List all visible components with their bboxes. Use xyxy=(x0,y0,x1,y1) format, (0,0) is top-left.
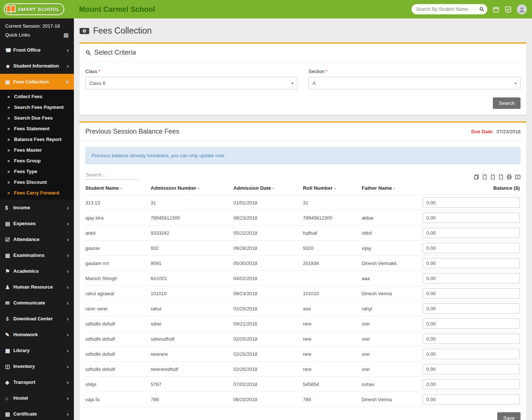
sidebar-subitem-label: Collect Fees xyxy=(14,94,42,99)
logo[interactable]: SMART SCHOOL xyxy=(0,3,74,15)
sidebar-item-transport[interactable]: ◈Transport‹ xyxy=(0,374,74,390)
excel-icon[interactable] xyxy=(482,174,487,180)
chevron-left-icon: ‹ xyxy=(67,237,69,242)
user-avatar[interactable] xyxy=(517,4,527,14)
sidebar-item-label: Attendance xyxy=(13,237,67,242)
sidebar-item-attendance[interactable]: ☑Attendance‹ xyxy=(0,231,74,247)
sidebar-item-hostel[interactable]: ⌂Hostel‹ xyxy=(0,390,74,406)
balance-input[interactable] xyxy=(423,258,520,268)
search-icon[interactable] xyxy=(479,7,484,12)
logo-badge: SMART SCHOOL xyxy=(4,3,64,15)
sidebar-item-academics[interactable]: ⚑Academics‹ xyxy=(0,263,74,279)
sidebar-item-front-office[interactable]: ☎Front Office‹ xyxy=(0,42,74,58)
balance-input[interactable] xyxy=(423,288,520,299)
section-select[interactable]: A ▾ xyxy=(308,77,521,89)
svg-text:$: $ xyxy=(83,29,85,33)
header-search-input[interactable] xyxy=(416,7,479,12)
father-name-cell: srer xyxy=(362,331,423,347)
chevron-left-icon: ‹ xyxy=(67,47,69,53)
sidebar-item-inventory[interactable]: ◫Inventory‹ xyxy=(0,358,74,374)
chevron-left-icon: ‹ xyxy=(67,205,69,210)
class-select[interactable]: Class 6 ▾ xyxy=(85,77,297,89)
calendar-icon[interactable] xyxy=(492,6,499,13)
sidebar-item-communicate[interactable]: ✉Communicate‹ xyxy=(0,295,74,311)
table-search-input[interactable] xyxy=(85,170,139,180)
balance-input[interactable] xyxy=(423,394,520,404)
certificate-icon: ▨ xyxy=(5,411,13,417)
column-header-label: Admission Date xyxy=(233,185,271,191)
sidebar-item-library[interactable]: ▦Library‹ xyxy=(0,342,74,358)
column-header-roll-number[interactable]: Roll Number▾ xyxy=(303,181,362,195)
sidebar-item-label: Library xyxy=(13,348,67,353)
sidebar-subitem-search-fees-payment[interactable]: »Search Fees Payment xyxy=(0,102,74,113)
sidebar-item-homework[interactable]: ✎Homework‹ xyxy=(0,327,74,342)
library-icon: ▦ xyxy=(5,348,13,354)
sidebar-subitem-label: Balance Fees Report xyxy=(14,137,62,142)
sidebar-item-label: Examinations xyxy=(13,252,67,258)
student-name-cell: ajay bira xyxy=(85,210,151,226)
tasks-icon[interactable] xyxy=(505,6,512,13)
save-button[interactable]: Save xyxy=(497,412,521,420)
balance-input[interactable] xyxy=(423,273,520,283)
sidebar-subitem-search-due-fees[interactable]: »Search Due Fees xyxy=(0,113,74,123)
quick-links[interactable]: Quick Links ▦ xyxy=(5,31,69,39)
sidebar-item-student-information[interactable]: ☻Student Information‹ xyxy=(0,58,74,74)
columns-icon[interactable] xyxy=(515,174,521,180)
balance-input[interactable] xyxy=(423,364,520,374)
sidebar-item-human-resource[interactable]: ♟Human Resource‹ xyxy=(0,279,74,295)
pdf-icon[interactable] xyxy=(498,174,504,180)
admission-number-cell: 9333242 xyxy=(151,226,233,241)
student-name-cell: vaja fa xyxy=(85,392,151,407)
sidebar-item-label: Certificate xyxy=(13,411,67,417)
sidebar-item-label: Expenses xyxy=(13,221,67,226)
admission-date-cell: 02/25/2018 xyxy=(233,301,303,316)
balance-cell xyxy=(423,316,521,331)
balance-input[interactable] xyxy=(423,303,520,314)
father-name-cell: rishav xyxy=(362,377,423,392)
sidebar-subitem-fees-statement[interactable]: »Fees Statement xyxy=(0,123,74,134)
column-header-father-name[interactable]: Father Name▾ xyxy=(362,181,423,195)
sidebar-subitem-balance-fees-report[interactable]: »Balance Fees Report xyxy=(0,134,74,145)
sidebar-item-examinations[interactable]: ▥Examinations‹ xyxy=(0,247,74,263)
sidebar-subitem-fees-carry-forward[interactable]: »Fees Carry Forward xyxy=(0,187,74,198)
sidebar-item-download-center[interactable]: ⇩Download Center‹ xyxy=(0,311,74,327)
admission-number-cell: 101010 xyxy=(151,286,233,301)
balance-cell xyxy=(423,362,521,377)
sidebar-subitem-collect-fees[interactable]: »Collect Fees xyxy=(0,91,74,102)
admission-number-cell: 78945612300 xyxy=(151,210,233,226)
father-name-cell: aaa xyxy=(362,271,423,286)
father-name-cell: Dinesh Vermakk xyxy=(362,256,423,271)
sidebar-subitem-fees-discount[interactable]: »Fees Discount xyxy=(0,177,74,187)
balance-input[interactable] xyxy=(423,319,520,329)
table-row: ajay bira7894561230006/23/20187894561230… xyxy=(85,210,521,226)
balance-input[interactable] xyxy=(423,213,520,223)
admission-number-cell: rerereredfsdf xyxy=(151,362,233,377)
sidebar-item-expenses[interactable]: ▤Expenses‹ xyxy=(0,216,74,231)
balance-input[interactable] xyxy=(423,349,520,359)
sidebar-subitem-fees-master[interactable]: »Fees Master xyxy=(0,145,74,155)
admission-date-cell: 06/23/2018 xyxy=(233,286,303,301)
sidebar-item-fees-collection[interactable]: ▣ Fees Collection ▾ xyxy=(0,74,74,90)
table-toolbar xyxy=(85,170,521,180)
column-header-admission-number[interactable]: Admission Number▾ xyxy=(151,181,233,195)
print-icon[interactable] xyxy=(507,174,512,180)
search-button[interactable]: Search xyxy=(493,97,521,109)
balance-cell xyxy=(423,210,521,226)
roll-number-cell: 201834 xyxy=(303,256,362,271)
sidebar-item-certificate[interactable]: ▨Certificate‹ xyxy=(0,406,74,420)
column-header-admission-date[interactable]: Admission Date▾ xyxy=(233,181,303,195)
fees-collection-icon: ▣ xyxy=(5,79,13,85)
column-header-student-name[interactable]: Student Name▾ xyxy=(85,181,151,195)
balance-input[interactable] xyxy=(423,197,520,208)
sidebar-item-income[interactable]: $Income‹ xyxy=(0,200,74,216)
balance-input[interactable] xyxy=(423,379,520,389)
copy-icon[interactable] xyxy=(474,174,479,180)
csv-icon[interactable] xyxy=(490,174,495,180)
chevron-left-icon: ‹ xyxy=(67,300,69,306)
balance-input[interactable] xyxy=(423,228,520,238)
sidebar-subitem-fees-group[interactable]: »Fees Group xyxy=(0,155,74,166)
select-criteria-header: Select Criteria xyxy=(79,44,526,62)
sidebar-subitem-fees-type[interactable]: »Fees Type xyxy=(0,166,74,177)
balance-input[interactable] xyxy=(423,243,520,253)
balance-input[interactable] xyxy=(423,334,520,344)
